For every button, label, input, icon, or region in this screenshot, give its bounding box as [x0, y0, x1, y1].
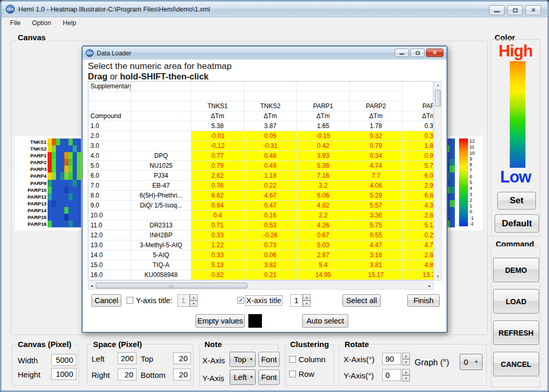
table-cell[interactable]: ΔTm: [403, 111, 433, 121]
table-cell[interactable]: DPQ: [131, 151, 191, 161]
table-cell[interactable]: [244, 82, 297, 91]
table-cell[interactable]: KU0058948: [131, 270, 191, 280]
y-axis-position-dropdown[interactable]: Left▼: [230, 370, 256, 385]
spin-up-icon[interactable]: ▲: [303, 294, 311, 301]
table-cell[interactable]: [191, 82, 244, 91]
table-cell[interactable]: 6.0: [88, 171, 131, 181]
spin-up-icon[interactable]: ▲: [190, 294, 198, 301]
table-cell[interactable]: 10.0: [88, 211, 131, 221]
finish-button[interactable]: Finish: [407, 294, 440, 307]
table-cell[interactable]: 1.22: [191, 240, 244, 250]
table-cell[interactable]: 0.4: [191, 211, 244, 221]
table-cell[interactable]: [131, 141, 191, 151]
y-axis-title-spinner-value[interactable]: 1: [177, 294, 190, 307]
table-cell[interactable]: 5-AIQ: [131, 250, 191, 260]
rotate-x-spinner[interactable]: ▲▼: [402, 353, 410, 365]
table-cell[interactable]: ΔTm: [350, 111, 403, 121]
spin-down-icon[interactable]: ▼: [303, 301, 311, 307]
rotate-y-spinner[interactable]: ▲▼: [402, 369, 410, 382]
table-cell[interactable]: 0.21: [244, 270, 297, 280]
table-cell[interactable]: INH2BP: [131, 230, 191, 240]
table-cell[interactable]: 0.94: [191, 201, 244, 211]
table-vertical-scrollbar[interactable]: ▲ ▼: [434, 81, 442, 281]
scroll-down-icon[interactable]: ▼: [434, 275, 441, 278]
table-cell[interactable]: [297, 82, 350, 91]
table-cell[interactable]: 9.0: [88, 201, 131, 211]
load-command-button[interactable]: LOAD: [493, 289, 539, 314]
table-cell[interactable]: 0.48: [244, 151, 297, 161]
table-cell[interactable]: [131, 111, 191, 121]
table-cell[interactable]: 3.82: [244, 260, 297, 270]
table-cell[interactable]: EB-47: [131, 181, 191, 191]
table-cell[interactable]: 3.87: [244, 121, 297, 131]
table-cell[interactable]: NU1025: [131, 161, 191, 171]
table-cell[interactable]: 0.9: [403, 151, 433, 161]
cancel-command-button[interactable]: CANCEL: [493, 352, 539, 376]
table-cell[interactable]: 5.38: [297, 161, 350, 171]
table-cell[interactable]: DR2313: [131, 221, 191, 230]
y-axis-title-checkbox[interactable]: [127, 297, 133, 304]
table-cell[interactable]: PARP1: [297, 101, 350, 111]
table-cell[interactable]: [131, 211, 191, 221]
table-cell[interactable]: [191, 91, 244, 101]
table-cell[interactable]: 3.93: [297, 151, 350, 161]
table-cell[interactable]: 15.17: [350, 270, 403, 280]
table-cell[interactable]: 4.3: [403, 201, 433, 211]
table-cell[interactable]: 0.33: [191, 230, 244, 240]
table-cell[interactable]: ΔTm: [297, 111, 350, 121]
horizontal-scroll-thumb[interactable]: |||: [96, 283, 247, 289]
dialog-cancel-button[interactable]: Cancel: [92, 294, 121, 307]
table-cell[interactable]: 3.16: [350, 250, 403, 260]
table-cell[interactable]: 0.3: [403, 131, 433, 141]
table-cell[interactable]: 4.74: [350, 161, 403, 171]
dialog-title-bar[interactable]: GPS Data Loader ✕: [83, 47, 447, 60]
table-cell[interactable]: Compound: [88, 111, 131, 121]
table-cell[interactable]: 4.06: [350, 181, 403, 191]
table-cell[interactable]: -0.26: [244, 230, 297, 240]
table-cell[interactable]: 3.0: [88, 141, 131, 151]
table-cell[interactable]: [131, 82, 191, 91]
clustering-column-checkbox[interactable]: [289, 356, 296, 363]
table-cell[interactable]: 5.57: [350, 201, 403, 211]
table-cell[interactable]: -0.15: [297, 131, 350, 141]
table-cell[interactable]: 4.8: [403, 260, 433, 270]
table-cell[interactable]: 5.1: [403, 221, 433, 230]
table-cell[interactable]: 6.06: [297, 191, 350, 201]
table-cell[interactable]: 0.33: [191, 250, 244, 260]
table-cell[interactable]: 8.0: [88, 191, 131, 201]
x-axis-position-dropdown[interactable]: Top▼: [230, 352, 256, 367]
table-cell[interactable]: 5.29: [350, 191, 403, 201]
menu-item-file[interactable]: File: [10, 19, 20, 27]
table-cell[interactable]: 6.0: [403, 171, 433, 181]
table-cell[interactable]: PAR: [403, 101, 433, 111]
table-cell[interactable]: 0.79: [191, 161, 244, 171]
table-cell[interactable]: 1.8: [403, 141, 433, 151]
table-cell[interactable]: 0.3: [403, 121, 433, 131]
table-cell[interactable]: 14.95: [297, 270, 350, 280]
table-cell[interactable]: 14.0: [88, 250, 131, 260]
graph-rotate-dropdown[interactable]: 0▼: [460, 354, 483, 370]
title-bar[interactable]: GPS HemI 1.0 - Heatmap Illustrator-C:\Pr…: [2, 2, 547, 17]
table-cell[interactable]: 0.53: [244, 221, 297, 230]
table-cell[interactable]: 0.34: [350, 151, 403, 161]
spin-up-icon[interactable]: ▲: [402, 369, 410, 375]
table-cell[interactable]: [131, 131, 191, 141]
table-cell[interactable]: 0.73: [244, 240, 297, 250]
set-button[interactable]: Set: [497, 192, 536, 210]
space-left-input[interactable]: [118, 352, 136, 364]
dialog-close-button[interactable]: ✕: [426, 49, 443, 57]
table-cell[interactable]: 3-Methyl-5-AIQ: [131, 240, 191, 250]
table-cell[interactable]: 5.0: [88, 161, 131, 171]
width-input[interactable]: [51, 354, 76, 366]
table-cell[interactable]: 7.0: [88, 181, 131, 191]
x-axis-font-button[interactable]: Font: [258, 352, 280, 367]
table-cell[interactable]: 5.38: [191, 121, 244, 131]
table-cell[interactable]: DiQ/ 1/5-Isoq...: [131, 201, 191, 211]
empty-values-button[interactable]: Empty values: [196, 314, 245, 328]
menu-item-option[interactable]: Option: [32, 19, 51, 27]
table-cell[interactable]: 7.16: [297, 171, 350, 181]
table-cell[interactable]: ΔTm: [191, 111, 244, 121]
x-axis-title-spinner-value[interactable]: 1: [290, 294, 303, 307]
rotate-x-input[interactable]: [382, 353, 401, 365]
rotate-y-input[interactable]: [382, 369, 401, 381]
